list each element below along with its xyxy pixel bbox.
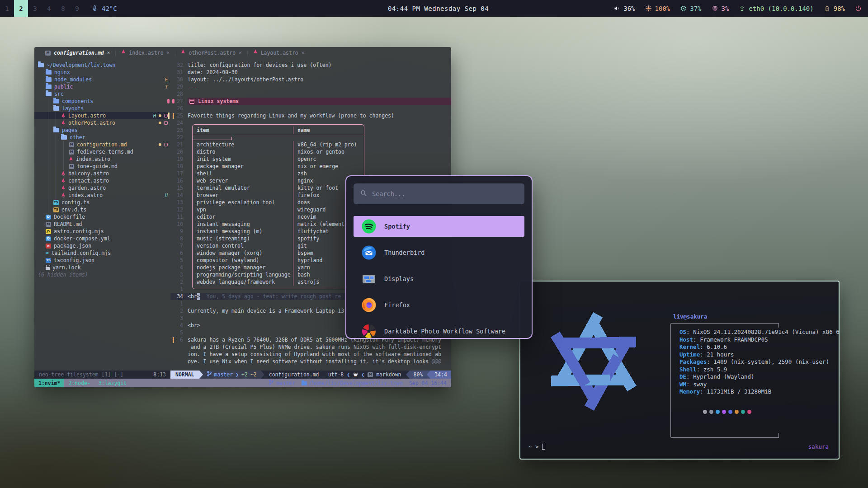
sign-column (170, 235, 176, 242)
workspace-1[interactable]: 1 (0, 0, 14, 17)
tree-item-Layout.astro[interactable]: Layout.astroH (34, 112, 170, 119)
status-modules: 36%100%37%3%eth0 (10.0.0.140)98% (613, 0, 862, 17)
tree-item-configuration.md[interactable]: Mconfiguration.md (34, 141, 170, 148)
line-number: 25 (176, 112, 188, 119)
docker-file-icon: D (46, 215, 51, 220)
tree-item-tailwind.config.mjs[interactable]: ≈tailwind.config.mjs (34, 249, 170, 257)
sign-column (170, 228, 176, 235)
module-power[interactable] (855, 5, 862, 12)
markdown-icon: M (45, 51, 51, 56)
tree-item-otherPost.astro[interactable]: otherPost.astro (34, 119, 170, 127)
sign-column (170, 61, 176, 69)
tree-item-node_modules[interactable]: node_modulesE (34, 76, 170, 83)
tab-otherPost.astro[interactable]: otherPost.astro× (175, 47, 247, 59)
tree-item-Dockerfile[interactable]: DDockerfile (34, 213, 170, 221)
tree-item-label: (6 hidden items) (38, 271, 88, 278)
palette-dot (709, 410, 713, 414)
launcher-entry-thunderbird[interactable]: Thunderbird (354, 242, 524, 263)
git-branch-icon (207, 371, 212, 378)
search-input[interactable] (372, 190, 518, 197)
tree-item-nginx[interactable]: nginx (34, 69, 170, 76)
module-cpu[interactable]: 37% (680, 5, 701, 12)
buffer-line: 28 (170, 90, 451, 98)
folder-open-icon (38, 63, 44, 67)
tree-item-layouts[interactable]: layouts (34, 105, 170, 112)
workspace-3[interactable]: 3 (28, 0, 42, 17)
close-icon[interactable]: × (239, 49, 242, 56)
tree-item-fediverse-terms.md[interactable]: Mfediverse-terms.md (34, 148, 170, 155)
tab-index.astro[interactable]: index.astro× (116, 47, 175, 59)
close-icon[interactable]: × (167, 49, 170, 56)
tree-item-contact.astro[interactable]: contact.astro (34, 177, 170, 184)
tree-item-docker-compose.yml[interactable]: Ddocker-compose.yml (34, 235, 170, 242)
tree-item-src[interactable]: src (34, 90, 170, 98)
module-brightness[interactable]: 100% (645, 5, 670, 12)
indent-guide (48, 206, 53, 213)
sign-column (170, 155, 176, 163)
module-gpu[interactable]: 3% (712, 5, 729, 12)
launcher-entry-spotify[interactable]: Spotify (354, 216, 524, 237)
buffer-line: ion. I have a setup consisting of Hyprla… (170, 351, 451, 358)
fastfetch-key: OS (679, 328, 686, 335)
sign-column (170, 177, 176, 184)
tab-Layout.astro[interactable]: Layout.astro× (248, 47, 310, 59)
sign-column (170, 322, 176, 329)
module-value: eth0 (10.0.0.140) (749, 5, 813, 12)
tree-item-package.json[interactable]: npackage.json (34, 242, 170, 249)
sign-column (170, 127, 176, 134)
tree-item-index.astro[interactable]: index.astro (34, 155, 170, 163)
tree-item-config.ts[interactable]: TSconfig.ts (34, 199, 170, 206)
tree-item-label: balcony.astro (68, 170, 109, 177)
git-status-square-icon (164, 114, 168, 117)
tree-item-public[interactable]: public? (34, 83, 170, 90)
launcher-search-box[interactable] (354, 183, 524, 204)
sign-column (170, 271, 176, 278)
line-number: 29 (176, 83, 188, 90)
tree-item-README.md[interactable]: MREADME.md (34, 221, 170, 228)
tree-item-index.astro[interactable]: index.astroH (34, 192, 170, 199)
tree-item-garden.astro[interactable]: garden.astro (34, 184, 170, 192)
launcher-entry-darktable-photo-workflow-software[interactable]: Darktable Photo Workflow Software (354, 321, 524, 339)
scroll-percent: 80% (410, 371, 427, 379)
tree-item-astro.config.mjs[interactable]: JSastro.config.mjs (34, 228, 170, 235)
tree-item-other[interactable]: other (34, 134, 170, 141)
git-added-count: +2 (241, 371, 248, 378)
tmux-window-1nvim[interactable]: 1:nvim* (34, 379, 64, 387)
module-value: 36% (623, 5, 635, 12)
shell-prompt-line[interactable]: ~ > (528, 443, 545, 450)
fastfetch-key: Packages (679, 358, 707, 365)
workspace-2[interactable]: 2 (14, 0, 28, 17)
indent-guide (38, 76, 46, 83)
tmux-window-3lazygit[interactable]: 3:lazygit (94, 379, 131, 387)
sign-column (170, 221, 176, 228)
palette-dot (741, 410, 745, 414)
launcher-entry-firefox[interactable]: Firefox (354, 295, 524, 315)
buffer-line: and a 2TB (Crucial P5 Plus) NVMe drive. … (170, 343, 451, 351)
sign-column (170, 112, 176, 119)
fastfetch-terminal-window[interactable]: liv@sakura OS: NixOS 24.11.20240828.71e9… (519, 281, 840, 460)
workspace-8[interactable]: 8 (56, 0, 70, 17)
module-battery[interactable]: 98% (824, 5, 845, 12)
tree-item-balcony.astro[interactable]: balcony.astro (34, 170, 170, 177)
tree-item-6hiddenitems[interactable]: (6 hidden items) (34, 271, 170, 278)
statusline-middle: configuration.mdutf-8❮❮Mmarkdown (264, 371, 406, 379)
tree-item-yarn.lock[interactable]: yarn.lock (34, 264, 170, 271)
launcher-entry-displays[interactable]: Displays (354, 268, 524, 289)
line-content: Linux systems (188, 98, 451, 105)
workspace-9[interactable]: 9 (70, 0, 84, 17)
module-volume[interactable]: 36% (613, 5, 635, 12)
module-network[interactable]: eth0 (10.0.0.140) (739, 5, 813, 12)
tree-item-pages[interactable]: pages (34, 127, 170, 134)
tree-item-Developmentliv.town[interactable]: ~/Development/liv.town (34, 61, 170, 69)
workspace-4[interactable]: 4 (42, 0, 56, 17)
tree-item-tone-guide.md[interactable]: Mtone-guide.md (34, 163, 170, 170)
close-icon[interactable]: × (302, 49, 305, 56)
git-modified-dot-icon (159, 114, 161, 117)
close-icon[interactable]: × (107, 49, 110, 56)
tree-item-env.d.ts[interactable]: TSenv.d.ts (34, 206, 170, 213)
tmux-window-2node[interactable]: 2:node- (64, 379, 94, 387)
tree-item-tsconfig.json[interactable]: TStsconfig.json (34, 257, 170, 264)
tab-configuration.md[interactable]: Mconfiguration.md× (40, 47, 115, 59)
temperature-module[interactable]: 42°C (91, 5, 117, 13)
tree-item-components[interactable]: components (34, 98, 170, 105)
